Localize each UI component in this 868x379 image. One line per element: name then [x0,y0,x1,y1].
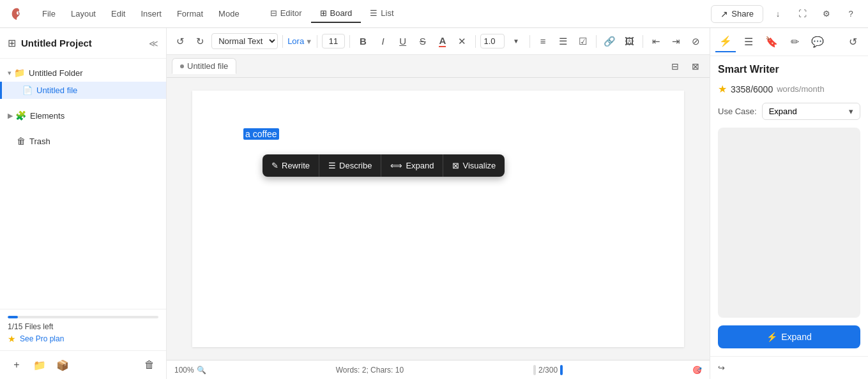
strikethrough-button[interactable]: S [414,33,431,50]
indent-left-button[interactable]: ⇤ [648,33,665,50]
editor-canvas-wrap[interactable]: a coffee ✎ Rewrite ☰ Describe ⟺ Expand [167,78,710,360]
bold-button[interactable]: B [354,33,372,50]
list-icon: ☰ [370,8,377,18]
nav-edit[interactable]: Edit [105,6,132,21]
redo-button[interactable]: ↻ [192,33,209,50]
rp-tab-comments[interactable]: 💬 [807,32,828,52]
sidebar-elements-item[interactable]: ▶ 🧩 Elements [0,107,166,124]
add-folder-button[interactable]: 📁 [31,356,49,374]
use-case-label: Use Case: [718,107,757,116]
plus-icon: + [13,359,19,371]
italic-button[interactable]: I [374,33,392,50]
file-name: Untitled file [36,85,77,95]
nav-format[interactable]: Format [171,6,209,21]
download-button[interactable]: ↓ [768,4,788,24]
image-button[interactable]: 🖼 [621,33,638,50]
text-style-select[interactable]: Normal Text [211,33,278,49]
check-list-button[interactable]: ☑ [574,33,591,50]
use-case-row: Use Case: Expand ▾ [718,103,860,120]
nav-insert[interactable]: Insert [134,6,168,21]
elements-label: Elements [30,111,65,121]
use-case-select[interactable]: Expand ▾ [762,103,860,120]
text-color-button[interactable]: A [434,33,451,50]
rp-history-button[interactable]: ↺ [842,32,863,52]
help-button[interactable]: ? [841,4,860,24]
rp-tab-smart-writer[interactable]: ⚡ [715,32,736,52]
indent-left-icon: ⇤ [652,36,660,47]
add-box-button[interactable]: 📦 [54,356,72,374]
status-bar: 100% 🔍 Words: 2; Chars: 10 2/300 🎯 [167,360,710,379]
rp-tab-bookmark[interactable]: 🔖 [761,32,782,52]
expand-button[interactable]: ⚡ Expand [718,325,860,348]
bookmark-icon: 🔖 [765,36,778,48]
context-describe[interactable]: ☰ Describe [319,154,381,177]
clear-format-icon: ✕ [458,36,466,47]
target-button[interactable]: 🎯 [692,366,702,375]
ordered-list-icon: ≡ [540,36,546,47]
fullscreen-button[interactable]: ⛶ [793,4,812,24]
chevron-down-icon: ▼ [513,38,519,45]
ordered-list-button[interactable]: ≡ [534,33,551,50]
clear-all-button[interactable]: ⊘ [687,33,704,50]
doc-tab-label: Untitled file [187,61,228,71]
line-height-input[interactable] [480,34,505,48]
underline-button[interactable]: U [394,33,411,50]
zoom-value: 100% [174,366,194,375]
logout-icon: ↪ [718,363,725,373]
edit-icon: ✏ [791,36,799,48]
rp-tab-outline[interactable]: ☰ [738,32,759,52]
right-panel-content: Smart Writer ★ 3358/6000 words/month Use… [710,56,868,356]
editor-canvas[interactable]: a coffee ✎ Rewrite ☰ Describe ⟺ Expand [192,91,684,347]
doc-tabs: Untitled file ⊟ ⊠ [167,55,710,78]
pro-plan-link[interactable]: See Pro plan [20,334,64,343]
box-icon: 📦 [56,359,69,371]
indent-right-button[interactable]: ⇥ [667,33,685,50]
logout-button[interactable]: ↪ [710,356,868,379]
doc-tab-untitled[interactable]: Untitled file [172,58,236,74]
share-icon: ↗ [720,9,728,19]
trash-icon: 🗑 [17,136,26,146]
add-item-button[interactable]: + [8,356,26,374]
nav-file[interactable]: File [36,6,62,21]
underline-icon: U [399,36,406,47]
context-rewrite[interactable]: ✎ Rewrite [263,154,319,177]
tab-list[interactable]: ☰ List [361,4,402,23]
split-view-button[interactable]: ⊠ [687,57,704,75]
smart-writer-title: Smart Writer [718,64,860,75]
sidebar-elements-section: ▶ 🧩 Elements [0,107,166,124]
sidebar-trash-item[interactable]: 🗑 Trash [0,132,166,150]
sidebar-file-item[interactable]: 📄 Untitled file [0,82,166,99]
words-count: 3358/6000 [731,84,773,94]
single-view-button[interactable]: ⊟ [666,57,684,75]
tab-editor[interactable]: ⊟ Editor [261,4,311,23]
page-count: 2/300 [538,366,558,375]
unordered-list-button[interactable]: ☰ [554,33,572,50]
font-family-display: Lora [287,36,304,46]
sidebar-collapse-button[interactable]: ≪ [149,38,158,48]
context-expand[interactable]: ⟺ Expand [381,154,443,177]
context-visualize[interactable]: ⊠ Visualize [443,154,505,177]
undo-icon: ↺ [176,36,185,47]
undo-button[interactable]: ↺ [172,33,189,50]
share-button[interactable]: ↗ Share [711,5,763,23]
pro-plan-row[interactable]: ★ See Pro plan [8,334,158,344]
line-height-arrow[interactable]: ▼ [507,33,524,50]
project-title: Untitled Project [21,38,149,48]
help-icon: ? [848,9,853,19]
folder-name: Untitled Folder [29,68,83,78]
delete-button[interactable]: 🗑 [141,356,158,374]
view-toggle: ⊟ ⊠ [666,57,704,75]
files-left-text: 1/15 Files left [8,322,158,331]
trash-label: Trash [29,137,50,146]
nav-layout[interactable]: Layout [65,6,102,21]
folder-add-icon: 📁 [33,359,46,371]
tab-board[interactable]: ⊞ Board [311,4,362,23]
smart-writer-content-area [718,128,860,318]
sidebar-folder[interactable]: ▾ 📁 Untitled Folder [0,64,166,82]
settings-button[interactable]: ⚙ [817,4,836,24]
nav-mode[interactable]: Mode [212,6,246,21]
clear-format-button[interactable]: ✕ [453,33,471,50]
font-size-input[interactable] [322,34,345,48]
rp-tab-edit[interactable]: ✏ [784,32,805,52]
link-button[interactable]: 🔗 [601,33,618,50]
